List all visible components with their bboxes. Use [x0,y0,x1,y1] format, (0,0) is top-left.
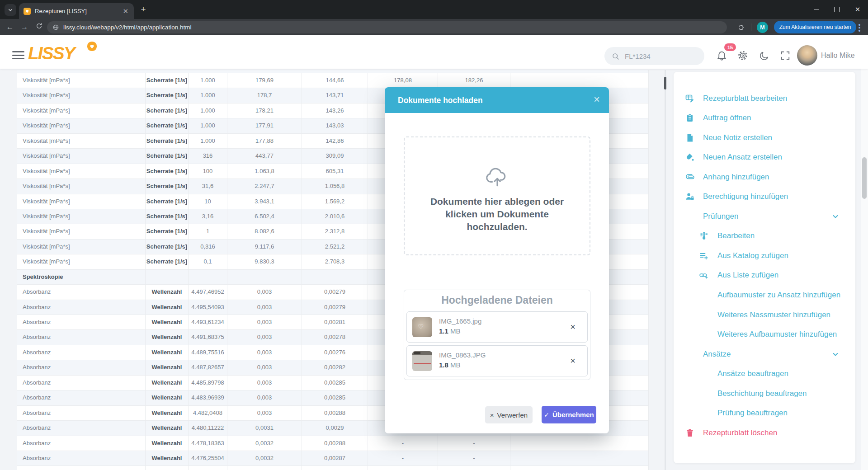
table-cell: 8.082,6 [227,224,302,239]
table-cell: 605,31 [302,164,368,179]
table-cell: 1.000 [189,73,227,88]
sidebar-item-label: Ansätze beauftragen [717,369,788,378]
modal-close-icon[interactable]: × [594,94,600,105]
sidebar-item-aus-liste-zufuegen[interactable]: Aus Liste zufügen [674,266,855,285]
app-logo[interactable]: LISSY [28,43,75,63]
table-cell: 4.485,89798 [189,376,227,390]
upload-dropzone[interactable]: Dokumente hier ablegen oder klicken um D… [404,136,590,255]
apply-button[interactable]: ✓ Übernehmen [542,406,596,423]
table-cell: Absorbanz [17,421,146,435]
table-cell: 0,00288 [302,406,368,420]
browser-scrollbar-thumb[interactable] [862,157,867,199]
back-button[interactable]: ← [3,23,17,32]
table-cell: Absorbanz [17,345,146,360]
table-cell: 2.247,7 [227,179,302,193]
reload-button[interactable] [32,23,46,32]
notifications-bell-icon[interactable] [716,50,727,61]
table-cell: 178,21 [227,103,302,118]
extensions-puzzle-icon[interactable] [738,24,745,31]
window-minimize-button[interactable] [806,0,826,19]
table-cell: 4.487,82657 [189,360,227,375]
search-input[interactable] [624,52,689,61]
table-cell: Absorbanz [17,360,146,375]
table-cell: Scherrate [1/s] [146,73,189,88]
file-name: IMG_0863.JPG [439,351,486,359]
settings-gear-icon[interactable] [737,50,748,61]
tab-close-icon[interactable]: ✕ [122,7,129,15]
file-thumbnail [412,351,432,371]
sidebar-item-beschichtung-beauftragen[interactable]: Beschichtung beauftragen [674,384,855,403]
sidebar-item-rezepturblatt-bearbeiten[interactable]: Rezepturblatt bearbeiten [674,89,855,108]
chevron-down-icon[interactable] [832,213,839,220]
table-cell [510,436,648,451]
sidebar-item-weiteres-aufbaumuster-hinzufuegen[interactable]: Weiteres Aufbaumuster hinzufügen [674,325,855,344]
sidebar-item-pruefung-beauftragen[interactable]: Prüfung beauftragen [674,404,855,423]
forward-button[interactable]: → [17,23,32,32]
table-cell: 9.830,3 [227,254,302,269]
remove-file-button[interactable]: × [570,356,576,366]
sidebar-item-auftrag-oeffnen[interactable]: Auftrag öffnen [674,108,855,128]
table-cell: 0,00282 [302,360,368,375]
table-cell: 179,69 [227,73,302,88]
table-cell: Absorbanz [17,330,146,344]
sidebar-item-neue-notiz-erstellen[interactable]: Neue Notiz erstellen [674,128,855,147]
table-cell: Spektroskopie [17,270,146,284]
table-cell: 0,00285 [302,390,368,405]
hamburger-menu-icon[interactable] [12,51,24,61]
remove-file-button[interactable]: × [570,322,576,332]
table-cell: Wellenzahl [146,436,189,451]
sidebar-item-label: Bearbeiten [717,231,755,240]
globe-icon [52,24,59,31]
sidebar-item-neuen-ansatz-erstellen[interactable]: Neuen Ansatz erstellen [674,148,855,167]
url-bar[interactable]: lissy.cloud/webapp/v2/html/app/applicati… [47,21,727,33]
fullscreen-icon[interactable] [780,51,790,61]
sidebar-item-aus-katalog-zufuegen[interactable]: Aus Katalog zufügen [674,246,855,265]
table-cell [510,466,648,470]
browser-menu-icon[interactable] [859,23,860,33]
chevron-down-icon[interactable] [832,351,839,358]
global-search[interactable] [604,47,704,65]
browser-tab[interactable]: Rezepturen [LISSY] ✕ [19,3,134,19]
browser-update-button[interactable]: Zum Aktualisieren neu starten [774,21,856,33]
table-cell: 0,00287 [302,451,368,465]
table-cell: Viskosität [mPa*s] [17,240,146,254]
table-row: AbsorbanzWellenzahl4.478,183630,00320,00… [17,436,648,451]
table-cell: 1.000 [189,118,227,133]
table-cell: Viskosität [mPa*s] [17,194,146,209]
panel-scrollbar-track[interactable] [665,70,666,470]
sidebar-item-bearbeiten[interactable]: Bearbeiten [674,226,855,246]
panel-scrollbar-thumb[interactable] [664,77,666,89]
sidebar-item-aufbaumuster-zu-ansatz-hinzufuegen[interactable]: Aufbaumuster zu Ansatz hinzufügen [674,286,855,305]
browser-profile-avatar[interactable]: M [757,22,768,33]
table-cell: 1 [189,224,227,239]
sidebar-item-anhang-hinzufuegen[interactable]: Anhang hinzufügen [674,167,855,187]
table-row: AbsorbanzWellenzahl [17,466,648,470]
table-cell: Scherrate [1/s] [146,103,189,118]
thermometer-icon [699,231,708,240]
table-cell: 4.491,68375 [189,330,227,344]
browser-scrollbar-track[interactable] [861,35,868,470]
sidebar-item-berechtigung-hinzufuegen[interactable]: Berechtigung hinzufügen [674,187,855,207]
sidebar-item-weiteres-nassmuster-hinzufuegen[interactable]: Weiteres Nassmuster hinzufügen [674,305,855,324]
table-row: Viskosität [mPa*s]Scherrate [1/s]1.00017… [17,73,648,88]
window-close-button[interactable]: ✕ [847,0,868,19]
sidebar-item-rezepturblatt-loeschen[interactable]: Rezepturblatt löschen [674,423,855,442]
table-cell: 4.493,61234 [189,315,227,329]
table-cell: 4.495,54093 [189,300,227,315]
table-cell: Absorbanz [17,285,146,299]
window-maximize-button[interactable] [826,0,847,19]
discard-button[interactable]: × Verwerfen [485,406,533,423]
new-tab-button[interactable]: + [138,5,148,14]
sidebar-item-label: Beschichtung beauftragen [717,389,807,398]
discard-label: Verwerfen [497,411,528,419]
sidebar-item-label: Auftrag öffnen [703,113,751,122]
table-cell: 0,00279 [302,285,368,299]
sidebar-item-pruefungen[interactable]: Prüfungen [674,207,855,226]
x-icon: × [490,411,494,419]
sidebar-item-ansaetze[interactable]: Ansätze [674,344,855,364]
tab-search-button[interactable] [5,4,16,16]
dark-mode-moon-icon[interactable] [759,51,769,61]
table-cell: 177,88 [227,134,302,148]
user-avatar[interactable] [797,45,817,66]
sidebar-item-ansaetze-beauftragen[interactable]: Ansätze beauftragen [674,364,855,384]
